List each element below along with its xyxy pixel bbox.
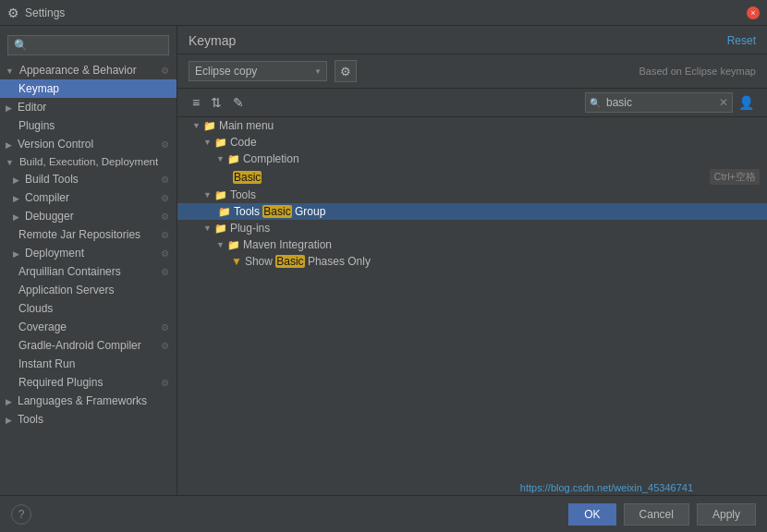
folder-icon: 📁 bbox=[227, 239, 240, 251]
close-button[interactable]: × bbox=[747, 6, 760, 19]
folder-icon: 📁 bbox=[214, 137, 227, 149]
settings-icon: ⚙ bbox=[161, 66, 169, 76]
tree-item-completion[interactable]: 📁 Completion bbox=[177, 151, 767, 167]
search-wrapper: ✕ 👤 bbox=[585, 92, 756, 113]
sidebar-search-input[interactable] bbox=[7, 35, 169, 55]
settings-icon9: ⚙ bbox=[161, 322, 169, 332]
tree-item-tools-basic-group[interactable]: 📁 Tools Basic Group bbox=[177, 203, 767, 220]
keymap-select[interactable]: Eclipse copy bbox=[189, 61, 327, 81]
sidebar-item-compiler[interactable]: Compiler ⚙ bbox=[0, 188, 177, 207]
content-title: Keymap bbox=[189, 33, 236, 48]
folder-icon: 📁 bbox=[214, 189, 227, 201]
folder-icon: 📁 bbox=[227, 153, 240, 165]
sidebar-item-required-plugins[interactable]: Required Plugins ⚙ bbox=[0, 373, 177, 392]
window-title: Settings bbox=[25, 6, 741, 19]
title-bar: ⚙ Settings × bbox=[0, 0, 767, 26]
expand-icon bbox=[6, 139, 12, 150]
sidebar-item-version-control[interactable]: Version Control ⚙ bbox=[0, 135, 177, 153]
based-on-label: Based on Eclipse keymap bbox=[639, 66, 756, 77]
search-clear-button[interactable]: ✕ bbox=[719, 96, 728, 109]
sidebar-item-label: Plugins bbox=[18, 119, 55, 132]
sidebar-item-build-tools[interactable]: Build Tools ⚙ bbox=[0, 170, 177, 188]
expand-icon bbox=[6, 103, 12, 113]
sidebar-item-label: Languages & Frameworks bbox=[18, 394, 147, 407]
tree-item-main-menu[interactable]: 📁 Main menu bbox=[177, 117, 767, 134]
expand-icon bbox=[6, 66, 14, 76]
tree-item-basic[interactable]: Basic Ctrl+空格 bbox=[177, 167, 767, 187]
sidebar-item-remote-jar[interactable]: Remote Jar Repositories ⚙ bbox=[0, 225, 177, 244]
sidebar-item-label: Arquillian Containers bbox=[18, 265, 121, 278]
tree-container: 📁 Main menu 📁 Code 📁 Completion Basic bbox=[177, 117, 767, 495]
cancel-button[interactable]: Cancel bbox=[624, 503, 689, 526]
sidebar-item-label: Appearance & Behavior bbox=[19, 64, 137, 77]
expand-icon bbox=[216, 154, 225, 163]
sidebar-item-app-servers[interactable]: Application Servers bbox=[0, 281, 177, 299]
expand-all-button[interactable]: ≡ bbox=[189, 93, 203, 112]
sidebar-item-gradle-android[interactable]: Gradle-Android Compiler ⚙ bbox=[0, 336, 177, 355]
sidebar-item-coverage[interactable]: Coverage ⚙ bbox=[0, 318, 177, 336]
sidebar-item-label: Build Tools bbox=[25, 173, 79, 186]
folder-icon: 📁 bbox=[218, 206, 231, 218]
expand-icon bbox=[203, 224, 212, 233]
settings-icon4: ⚙ bbox=[161, 193, 169, 203]
sidebar-item-keymap[interactable]: Keymap bbox=[0, 79, 177, 98]
settings-icon3: ⚙ bbox=[161, 175, 169, 185]
sidebar-item-tools[interactable]: Tools bbox=[0, 410, 177, 429]
tree-item-label: Tools Basic Group bbox=[234, 205, 325, 218]
actions-toolbar: ≡ ⇅ ✎ ✕ 👤 bbox=[177, 89, 767, 117]
sidebar-item-label: Instant Run bbox=[18, 357, 75, 370]
keymap-search-input[interactable] bbox=[585, 92, 733, 113]
highlight-basic2: Basic bbox=[262, 205, 291, 218]
sidebar-item-clouds[interactable]: Clouds bbox=[0, 299, 177, 318]
tree-item-tools[interactable]: 📁 Tools bbox=[177, 187, 767, 203]
settings-icon7: ⚙ bbox=[161, 248, 169, 259]
highlight-basic3: Basic bbox=[275, 255, 304, 268]
expand-icon bbox=[6, 415, 12, 425]
sidebar-item-label: Editor bbox=[18, 101, 46, 114]
keymap-settings-button[interactable]: ⚙ bbox=[335, 60, 357, 82]
sidebar-item-label: Clouds bbox=[18, 302, 53, 315]
sidebar-item-instant-run[interactable]: Instant Run bbox=[0, 355, 177, 373]
expand-icon bbox=[216, 240, 225, 249]
tree-item-maven-integration[interactable]: 📁 Maven Integration bbox=[177, 236, 767, 253]
tree-item-label: Show Basic Phases Only bbox=[245, 255, 371, 268]
search-person-button[interactable]: 👤 bbox=[737, 93, 756, 112]
sidebar-item-build-exec[interactable]: Build, Execution, Deployment bbox=[0, 153, 177, 170]
ok-button[interactable]: OK bbox=[568, 503, 615, 526]
search-input-wrapper: ✕ bbox=[585, 92, 733, 113]
expand-icon bbox=[203, 138, 212, 147]
settings-icon6: ⚙ bbox=[161, 230, 169, 240]
settings-icon2: ⚙ bbox=[161, 139, 169, 150]
sidebar-item-plugins[interactable]: Plugins bbox=[0, 116, 177, 135]
sidebar-item-debugger[interactable]: Debugger ⚙ bbox=[0, 207, 177, 225]
bottom-actions: OK Cancel Apply bbox=[568, 503, 756, 526]
tree-item-label: Code bbox=[230, 136, 257, 149]
tree-item-code[interactable]: 📁 Code bbox=[177, 134, 767, 151]
settings-icon10: ⚙ bbox=[161, 341, 169, 351]
tree-item-plugins[interactable]: 📁 Plug-ins bbox=[177, 220, 767, 236]
expand-icon bbox=[13, 212, 19, 222]
sidebar-item-label: Application Servers bbox=[18, 284, 114, 296]
sidebar-item-appearance[interactable]: Appearance & Behavior ⚙ bbox=[0, 61, 177, 79]
sidebar-item-label: Version Control bbox=[18, 138, 93, 151]
tree-item-label: Main menu bbox=[219, 119, 274, 132]
expand-icon bbox=[6, 396, 12, 406]
tree-item-show-basic-phases[interactable]: ▼ Show Basic Phases Only bbox=[177, 253, 767, 270]
sidebar-item-arquillian[interactable]: Arquillian Containers ⚙ bbox=[0, 262, 177, 281]
help-button[interactable]: ? bbox=[11, 504, 31, 525]
highlight-basic: Basic bbox=[233, 171, 262, 184]
shortcut-label: Ctrl+空格 bbox=[710, 169, 760, 185]
sidebar-item-deployment[interactable]: Deployment ⚙ bbox=[0, 244, 177, 262]
sidebar-item-label: Build, Execution, Deployment bbox=[19, 156, 158, 167]
reset-button[interactable]: Reset bbox=[727, 34, 756, 47]
sidebar-item-editor[interactable]: Editor bbox=[0, 98, 177, 116]
sidebar-item-languages[interactable]: Languages & Frameworks bbox=[0, 392, 177, 410]
edit-shortcut-button[interactable]: ✎ bbox=[229, 93, 248, 112]
expand-icon bbox=[203, 190, 212, 200]
filter-icon: ▼ bbox=[231, 255, 242, 268]
collapse-all-button[interactable]: ⇅ bbox=[207, 93, 225, 112]
main-layout: Appearance & Behavior ⚙ Keymap Editor Pl… bbox=[0, 26, 767, 495]
sidebar-item-label: Keymap bbox=[18, 82, 59, 95]
apply-button[interactable]: Apply bbox=[697, 503, 756, 526]
tree-item-label: Basic bbox=[233, 171, 262, 184]
